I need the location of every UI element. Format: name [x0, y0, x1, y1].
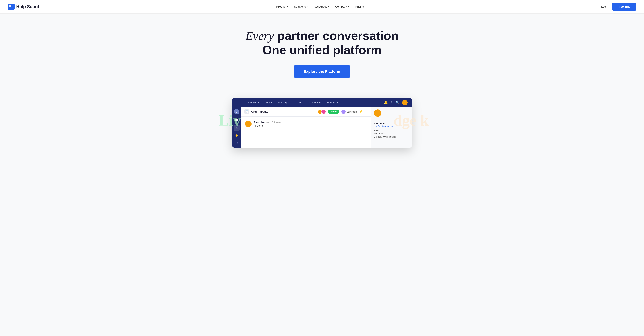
conversation-header: 📄 Order update Active Sabrina B ⚡ ⋮	[241, 107, 371, 117]
sidebar-star-icon[interactable]: ☆	[234, 139, 240, 146]
app-nav-customers[interactable]: Customers	[307, 100, 324, 105]
chevron-down-icon: ▾	[306, 6, 308, 8]
customer-company: Art Finance	[371, 132, 412, 135]
app-frame: ⟋⟋ Inboxes ▾ Docs ▾ Messages Reports Cus…	[232, 98, 412, 148]
lightning-icon[interactable]: ⚡	[359, 110, 363, 114]
nav-links: Product ▾ Solutions ▾ Resources ▾ Compan…	[276, 5, 364, 9]
sidebar-hand-icon[interactable]: ✋	[234, 132, 240, 138]
login-button[interactable]: Login	[601, 5, 608, 9]
message-text: Hi there,	[254, 124, 367, 127]
assignee-name: Sabrina B	[346, 110, 357, 113]
nav-link-pricing[interactable]: Pricing	[355, 5, 364, 9]
search-icon[interactable]: 🔍	[396, 101, 399, 104]
bell-icon[interactable]: 🔔	[384, 101, 388, 104]
status-badge: Active	[328, 110, 339, 114]
chevron-down-icon: ▾	[258, 101, 259, 104]
message-body: Tina Hsu Jun 10, 2:44pm Hi there,	[254, 121, 367, 127]
app-mockup-wrapper: Liv dge k ⟋⟋ Inboxes ▾ Docs ▾ Messages R…	[229, 98, 415, 148]
app-content: J 💬 ✉ ✋ ☆ 📄 Order update Active	[232, 107, 412, 148]
app-nav-manage[interactable]: Manage ▾	[324, 100, 340, 105]
app-nav-inboxes[interactable]: Inboxes ▾	[246, 100, 262, 105]
assignee-display: Sabrina B	[342, 110, 357, 114]
free-trial-button[interactable]: Free Trial	[612, 3, 636, 11]
customer-role: Sales	[371, 129, 412, 132]
help-icon[interactable]: ?	[391, 101, 392, 104]
main-nav: Help Scout Product ▾ Solutions ▾ Resourc…	[0, 0, 644, 14]
nav-link-resources[interactable]: Resources ▾	[314, 5, 329, 9]
nav-link-solutions[interactable]: Solutions ▾	[294, 5, 308, 9]
more-options-icon[interactable]: ⋮	[365, 110, 368, 114]
avatar-user-b	[321, 109, 326, 114]
side-text-right: dge k	[394, 112, 429, 129]
conversation-avatars	[318, 109, 326, 114]
conversation-messages: Tina Hsu Jun 10, 2:44pm Hi there,	[241, 117, 371, 135]
assignee-avatar	[342, 110, 346, 114]
app-nav-items: Inboxes ▾ Docs ▾ Messages Reports Custom…	[246, 100, 384, 105]
app-nav-messages[interactable]: Messages	[276, 100, 292, 105]
user-avatar[interactable]	[402, 100, 408, 105]
hero-title-suffix: partner conversation	[274, 29, 398, 43]
hero-title-italic: Every	[246, 29, 274, 43]
app-logo-icon: ⟋⟋	[236, 101, 242, 104]
hero-title: Every partner conversation One unified p…	[7, 29, 637, 57]
chevron-down-icon: ▾	[271, 101, 272, 104]
message-meta: Tina Hsu Jun 10, 2:44pm	[254, 121, 367, 124]
nav-link-company[interactable]: Company ▾	[335, 5, 349, 9]
hero-section: Every partner conversation One unified p…	[0, 14, 644, 88]
app-nav-docs[interactable]: Docs ▾	[262, 100, 275, 105]
message-sender-name: Tina Hsu	[254, 121, 264, 124]
side-text-left: Liv	[219, 112, 241, 129]
message-timestamp: Jun 10, 2:44pm	[266, 121, 282, 123]
customer-avatar	[374, 109, 382, 117]
conversation-title: Order update	[251, 110, 316, 113]
message-sender-avatar	[245, 121, 252, 127]
customer-location: Duxbury, United States	[371, 135, 412, 138]
app-main-panel: 📄 Order update Active Sabrina B ⚡ ⋮	[241, 107, 371, 148]
chevron-down-icon: ▾	[328, 6, 329, 8]
nav-right: Login Free Trial	[601, 3, 636, 11]
logo-text: Help Scout	[16, 4, 39, 9]
app-nav: ⟋⟋ Inboxes ▾ Docs ▾ Messages Reports Cus…	[232, 98, 412, 107]
message-item: Tina Hsu Jun 10, 2:44pm Hi there,	[245, 121, 367, 127]
conversation-actions: ⚡ ⋮	[359, 110, 368, 114]
app-nav-right: 🔔 ? 🔍	[384, 100, 408, 105]
helpscout-logo-icon	[8, 4, 14, 10]
hero-title-bold: One unified platform	[7, 43, 637, 57]
chevron-down-icon: ▾	[348, 6, 349, 8]
nav-link-product[interactable]: Product ▾	[276, 5, 288, 9]
explore-platform-button[interactable]: Explore the Platform	[294, 65, 350, 78]
document-icon: 📄	[244, 109, 249, 114]
chevron-down-icon: ▾	[336, 101, 338, 104]
logo-link[interactable]: Help Scout	[8, 4, 39, 10]
app-nav-reports[interactable]: Reports	[292, 100, 306, 105]
chevron-down-icon: ▾	[287, 6, 288, 8]
